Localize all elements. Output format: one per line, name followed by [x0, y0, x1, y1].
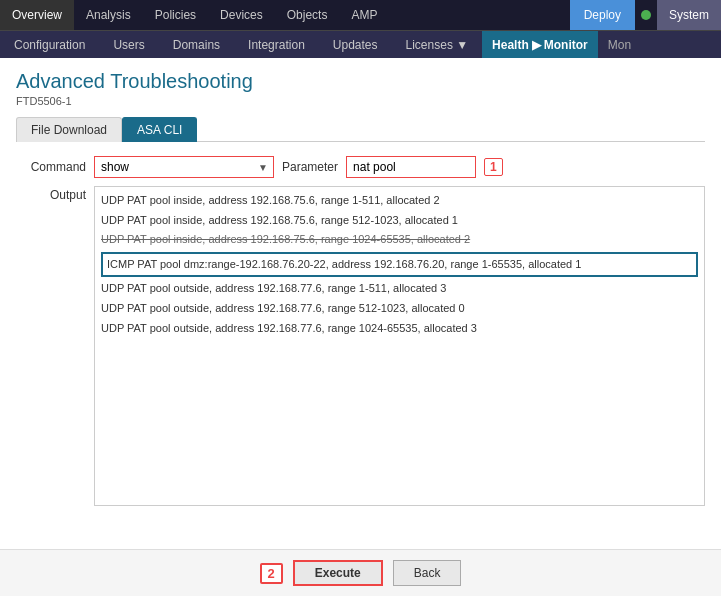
execute-button[interactable]: Execute	[293, 560, 383, 586]
bottom-bar: 2 Execute Back	[0, 549, 721, 596]
parameter-label: Parameter	[282, 160, 338, 174]
output-line: UDP PAT pool outside, address 192.168.77…	[101, 299, 698, 319]
output-line: UDP PAT pool outside, address 192.168.77…	[101, 319, 698, 339]
parameter-input[interactable]	[346, 156, 476, 178]
output-label: Output	[16, 186, 86, 202]
nav-health-monitor[interactable]: Health ▶ Monitor	[482, 31, 598, 58]
badge-1: 1	[484, 158, 503, 176]
output-line: UDP PAT pool inside, address 192.168.75.…	[101, 230, 698, 250]
output-line: UDP PAT pool outside, address 192.168.77…	[101, 279, 698, 299]
nav-updates[interactable]: Updates	[319, 31, 392, 58]
page-content: Advanced Troubleshooting FTD5506-1 File …	[0, 58, 721, 596]
nav-integration[interactable]: Integration	[234, 31, 319, 58]
nav-configuration[interactable]: Configuration	[0, 31, 99, 58]
system-button[interactable]: System	[657, 0, 721, 30]
output-line: UDP PAT pool inside, address 192.168.75.…	[101, 211, 698, 231]
top-navigation: Overview Analysis Policies Devices Objec…	[0, 0, 721, 30]
command-select-wrapper: show ▼	[94, 156, 274, 178]
health-arrow: ▶	[532, 38, 541, 52]
status-dot	[641, 10, 651, 20]
output-area: Output UDP PAT pool inside, address 192.…	[16, 186, 705, 506]
tab-file-download[interactable]: File Download	[16, 117, 122, 142]
nav-overview[interactable]: Overview	[0, 0, 74, 30]
second-navigation: Configuration Users Domains Integration …	[0, 30, 721, 58]
badge-2: 2	[260, 563, 283, 584]
nav-domains[interactable]: Domains	[159, 31, 234, 58]
command-row: Command show ▼ Parameter 1	[16, 156, 705, 178]
deploy-status	[635, 0, 657, 30]
page-subtitle: FTD5506-1	[16, 95, 705, 107]
nav-objects[interactable]: Objects	[275, 0, 340, 30]
page-title: Advanced Troubleshooting	[16, 70, 705, 93]
nav-amp[interactable]: AMP	[339, 0, 389, 30]
command-label: Command	[16, 160, 86, 174]
nav-licenses[interactable]: Licenses ▼	[392, 31, 483, 58]
deploy-button[interactable]: Deploy	[570, 0, 635, 30]
command-select[interactable]: show	[94, 156, 274, 178]
tabs-container: File Download ASA CLI	[16, 117, 705, 142]
nav-devices[interactable]: Devices	[208, 0, 275, 30]
output-line: UDP PAT pool inside, address 192.168.75.…	[101, 191, 698, 211]
nav-mon: Mon	[598, 31, 641, 58]
output-line: ICMP PAT pool dmz:range-192.168.76.20-22…	[101, 252, 698, 278]
nav-policies[interactable]: Policies	[143, 0, 208, 30]
output-box: UDP PAT pool inside, address 192.168.75.…	[94, 186, 705, 506]
back-button[interactable]: Back	[393, 560, 462, 586]
monitor-label: Monitor	[544, 38, 588, 52]
health-label: Health	[492, 38, 529, 52]
nav-analysis[interactable]: Analysis	[74, 0, 143, 30]
tab-asa-cli[interactable]: ASA CLI	[122, 117, 197, 142]
nav-users[interactable]: Users	[99, 31, 158, 58]
